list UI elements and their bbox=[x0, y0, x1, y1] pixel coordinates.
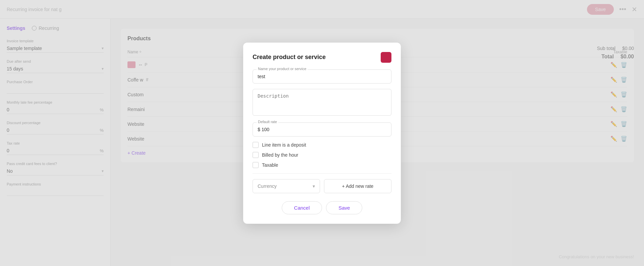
currency-select[interactable]: Currency ▾ bbox=[253, 179, 320, 193]
default-rate-input[interactable] bbox=[253, 122, 391, 137]
taxable-label: Taxable bbox=[262, 162, 278, 168]
currency-label: Currency bbox=[258, 183, 277, 189]
product-name-label: Name your product or service bbox=[257, 67, 308, 71]
hour-checkbox-row: Billed by the hour bbox=[253, 152, 391, 158]
hour-checkbox[interactable] bbox=[253, 152, 259, 158]
default-rate-field: Default rate bbox=[253, 122, 391, 137]
product-name-input[interactable] bbox=[253, 69, 391, 84]
create-product-modal: Create product or service Name your prod… bbox=[243, 43, 401, 224]
taxable-checkbox-row: Taxable bbox=[253, 162, 391, 168]
taxable-checkbox[interactable] bbox=[253, 162, 259, 168]
hour-label: Billed by the hour bbox=[262, 152, 298, 158]
deposit-checkbox-row: Line item is a deposit bbox=[253, 142, 391, 148]
color-swatch[interactable] bbox=[381, 52, 391, 63]
chevron-down-icon: ▾ bbox=[313, 183, 315, 189]
modal-bottom-row: Currency ▾ + Add new rate bbox=[253, 179, 391, 193]
modal-header: Create product or service bbox=[253, 52, 391, 63]
add-rate-button[interactable]: + Add new rate bbox=[324, 179, 391, 193]
default-rate-label: Default rate bbox=[257, 120, 278, 124]
checkboxes-group: Line item is a deposit Billed by the hou… bbox=[253, 142, 391, 168]
modal-save-button[interactable]: Save bbox=[326, 201, 362, 214]
description-input[interactable] bbox=[253, 89, 391, 116]
modal-divider bbox=[253, 173, 391, 174]
cancel-button[interactable]: Cancel bbox=[282, 201, 322, 214]
deposit-checkbox[interactable] bbox=[253, 142, 259, 148]
modal-title: Create product or service bbox=[253, 54, 381, 61]
modal-footer: Cancel Save bbox=[253, 201, 391, 214]
deposit-label: Line item is a deposit bbox=[262, 142, 306, 148]
description-field bbox=[253, 89, 391, 117]
product-name-field: Name your product or service bbox=[253, 69, 391, 84]
